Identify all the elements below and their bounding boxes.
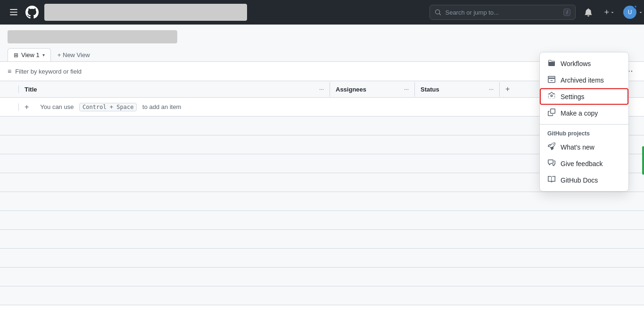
workflows-icon [547,59,556,68]
search-kbd: / [563,8,570,16]
dropdown-item-settings[interactable]: Settings [540,88,628,105]
hamburger-button[interactable] [8,6,20,18]
add-item-hint: You can use Control + Space to add an it… [34,99,187,115]
feedback-icon [547,159,556,168]
dropdown-section-label: GitHub projects [540,127,628,139]
tab-view1-label: View 1 [21,51,40,59]
dropdown-item-github-docs[interactable]: GitHub Docs [540,172,628,188]
th-title-label: Title [25,86,37,93]
empty-row-5 [0,192,644,211]
empty-row-10 [0,286,644,305]
dropdown-item-feedback[interactable]: Give feedback [540,155,628,172]
empty-row-7 [0,230,644,249]
th-title: Title ··· [19,82,330,97]
github-docs-label: GitHub Docs [561,176,598,184]
dropdown-item-whats-new[interactable]: What's new [540,139,628,155]
th-title-more[interactable]: ··· [319,86,324,92]
th-checkbox [0,85,19,93]
copy-icon [547,109,556,117]
add-item-button[interactable]: + [19,99,34,115]
search-placeholder: Search or jump to... [445,9,498,16]
new-view-label: + New View [58,51,90,59]
tab-view1-dropdown[interactable]: ▾ [42,52,45,58]
green-status-bar [642,146,644,175]
th-add-field[interactable]: + [500,81,515,97]
workflows-label: Workflows [561,60,591,67]
whats-new-label: What's new [561,143,594,151]
settings-icon [547,92,556,101]
tab-view1[interactable]: ⊞ View 1 ▾ [8,48,51,61]
hint-suffix: to add an item [142,103,181,110]
th-status-label: Status [421,86,439,93]
tab-view1-icon: ⊞ [14,52,18,59]
th-status: Status ··· [415,82,500,97]
bottom-add-row: + [0,305,644,310]
th-assignees-more[interactable]: ··· [404,86,409,92]
empty-row-6 [0,211,644,230]
search-bar[interactable]: Search or jump to... / [429,5,576,20]
avatar[interactable]: U [623,6,636,19]
project-breadcrumb[interactable] [44,4,247,21]
project-title-bar [8,30,177,43]
feedback-label: Give feedback [561,160,603,168]
empty-row-8 [0,249,644,268]
navbar: Search or jump to... / + U [0,0,644,25]
dropdown-item-workflows[interactable]: Workflows [540,55,628,72]
whats-new-icon [547,142,556,151]
filter-label: Filter by keyword or field [15,68,82,75]
dropdown-item-archived[interactable]: Archived items [540,72,628,88]
archived-icon [547,75,556,84]
github-logo [25,6,39,19]
dropdown-item-make-copy[interactable]: Make a copy [540,105,628,121]
td-checkbox [0,103,19,111]
th-assignees: Assignees ··· [330,82,415,97]
empty-row-9 [0,268,644,286]
new-view-button[interactable]: + New View [53,49,95,61]
settings-label: Settings [561,93,585,101]
dropdown-menu: Workflows Archived items Settings Make a… [539,52,629,192]
make-copy-label: Make a copy [561,109,598,117]
hint-text: You can use [40,103,74,110]
filter-area[interactable]: ≡ Filter by keyword or field [8,67,82,75]
github-docs-icon [547,176,556,184]
create-button[interactable]: + [601,6,618,19]
avatar-status-dot [634,5,637,8]
filter-icon: ≡ [8,67,11,75]
hint-kbd: Control + Space [79,103,137,111]
notifications-button[interactable] [581,6,595,18]
th-assignees-label: Assignees [336,86,366,93]
dropdown-divider [540,124,628,125]
th-status-more[interactable]: ··· [489,86,494,92]
archived-label: Archived items [561,76,604,84]
